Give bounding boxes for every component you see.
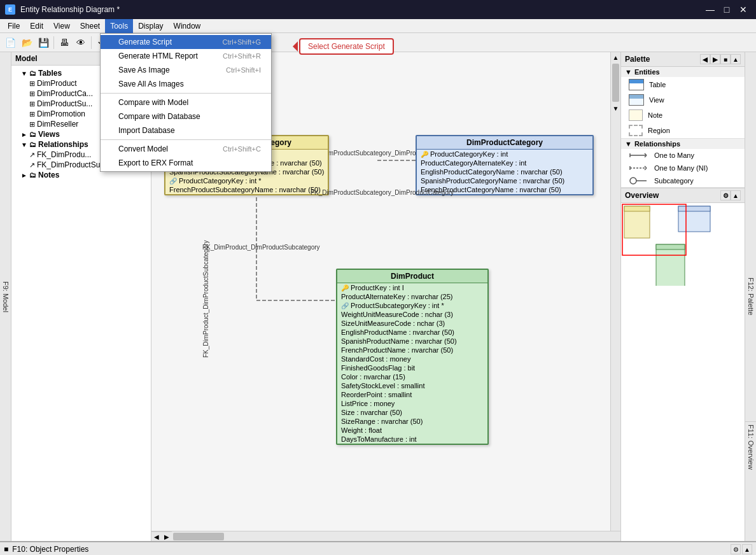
menu-sheet[interactable]: Sheet xyxy=(75,19,105,33)
scroll-down-btn[interactable]: ▼ xyxy=(611,103,620,113)
table-category[interactable]: DimProductCategory 🔑 ProductCategoryKey … xyxy=(416,135,594,195)
overview-map xyxy=(621,203,745,286)
region-palette-icon xyxy=(629,125,643,136)
product-row-6: EnglishProductName : nvarchar (50) xyxy=(337,328,487,337)
scroll-thumb-v[interactable] xyxy=(612,64,619,102)
svg-rect-19 xyxy=(656,244,685,286)
toolbar-sep-2 xyxy=(91,36,92,49)
tree-tables-expand[interactable]: ▼ xyxy=(19,70,29,77)
table-category-header: DimProductCategory xyxy=(417,136,592,150)
palette-region[interactable]: Region xyxy=(621,123,745,138)
table-product-header: DimProduct xyxy=(337,270,487,283)
product-row-11: Color : nvarchar (15) xyxy=(337,372,487,381)
product-row-8: FrenchProductName : nvarchar (50) xyxy=(337,346,487,355)
vertical-scrollbar[interactable]: ▲ ▼ xyxy=(610,52,620,531)
tree-views-expand[interactable]: ► xyxy=(19,131,29,138)
overview-content[interactable] xyxy=(621,203,745,290)
toolbar-save[interactable]: 💾 xyxy=(36,35,51,50)
toolbar-preview[interactable]: 👁 xyxy=(73,35,88,50)
menu-generate-script[interactable]: Generate Script Ctrl+Shift+G xyxy=(101,35,271,49)
palette-view[interactable]: View xyxy=(621,92,745,108)
relationships-expand-icon: ▼ xyxy=(625,140,632,148)
table-icon-2: ⊞ xyxy=(29,90,35,98)
scroll-up-btn[interactable]: ▲ xyxy=(611,52,620,62)
rel-item-icon-2: ↗ xyxy=(29,161,35,169)
scroll-thumb-h[interactable] xyxy=(173,533,224,540)
menu-export-erx[interactable]: Export to ERX Format xyxy=(101,156,271,170)
palette-one-to-many[interactable]: One to Many xyxy=(621,149,745,162)
f9-model-tab[interactable]: F9: Model xyxy=(0,52,11,541)
menu-edit[interactable]: Edit xyxy=(25,19,48,33)
palette-next-btn[interactable]: ▶ xyxy=(710,54,720,64)
toolbar-new[interactable]: 📄 xyxy=(3,35,18,50)
table-icon-4: ⊞ xyxy=(29,110,35,118)
menu-file[interactable]: File xyxy=(3,19,25,33)
palette-close-btn[interactable]: ▲ xyxy=(731,54,741,64)
palette-pin-btn[interactable]: ■ xyxy=(720,54,731,64)
close-button[interactable]: ✕ xyxy=(736,3,751,16)
subcategory-row-4: 🔗 ProductCategoryKey : int * xyxy=(165,176,328,185)
tree-rel-expand[interactable]: ▼ xyxy=(19,141,29,148)
tree-notes-expand[interactable]: ► xyxy=(19,172,29,179)
window-controls: — □ ✕ xyxy=(703,3,751,16)
overview-pin-btn[interactable]: ▲ xyxy=(731,190,741,200)
palette-entities-header[interactable]: ▼ Entities xyxy=(621,67,745,77)
fk-icon-1: 🔗 xyxy=(169,178,177,185)
palette-entities-section: ▼ Entities Table View Note R xyxy=(621,67,745,139)
minimize-button[interactable]: — xyxy=(703,3,718,16)
menu-compare-model[interactable]: Compare with Model xyxy=(101,95,271,109)
product-row-5: SizeUnitMeasureCode : nchar (3) xyxy=(337,319,487,328)
app-icon: E xyxy=(5,4,15,15)
palette-relationships-header[interactable]: ▼ Relationships xyxy=(621,139,745,149)
overview-nav: ⚙ ▲ xyxy=(720,190,741,200)
menu-window[interactable]: Window xyxy=(169,19,206,33)
toolbar-open[interactable]: 📂 xyxy=(19,35,34,50)
menu-sep-1 xyxy=(101,93,271,94)
pk-icon-prod: 🔑 xyxy=(341,285,349,292)
menu-import-database[interactable]: Import Database xyxy=(101,123,271,137)
menu-display[interactable]: Display xyxy=(133,19,168,33)
palette-note[interactable]: Note xyxy=(621,108,745,123)
palette-one-to-many-ni[interactable]: One to Many (NI) xyxy=(621,162,745,174)
product-row-15: Size : nvarchar (50) xyxy=(337,408,487,417)
table-palette-icon xyxy=(629,79,644,90)
product-row-12: SafetyStockLevel : smallint xyxy=(337,381,487,390)
menu-sep-2 xyxy=(101,139,271,140)
table-product[interactable]: DimProduct 🔑 ProductKey : int I ProductA… xyxy=(336,269,489,445)
scroll-left-btn[interactable]: ◀ xyxy=(151,531,162,541)
svg-text:FK_DimProduct_DimProductSubcat: FK_DimProduct_DimProductSubcategory xyxy=(202,244,320,251)
menu-view[interactable]: View xyxy=(48,19,75,33)
palette-table[interactable]: Table xyxy=(621,77,745,92)
one-many-ni-icon xyxy=(629,164,649,172)
palette-prev-btn[interactable]: ◀ xyxy=(700,54,710,64)
obj-props-header: ■ F10: Object Properties ⚙ ▲ xyxy=(0,542,756,555)
svg-point-13 xyxy=(630,178,636,184)
menu-tools[interactable]: Tools xyxy=(105,19,133,33)
obj-props-close-btn[interactable]: ▲ xyxy=(742,544,752,554)
menu-compare-database[interactable]: Compare with Database xyxy=(101,109,271,123)
obj-props-settings-btn[interactable]: ⚙ xyxy=(731,544,741,554)
svg-rect-16 xyxy=(624,206,650,211)
menu-generate-html[interactable]: Generate HTML Report Ctrl+Shift+R xyxy=(101,49,271,63)
menu-save-all-images[interactable]: Save All As Images xyxy=(101,77,271,91)
category-row-5: FrenchProductCategoryName : nvarchar (50… xyxy=(417,185,592,194)
scroll-right-btn2[interactable]: ▶ xyxy=(162,531,172,541)
overview-settings-btn[interactable]: ⚙ xyxy=(720,190,731,200)
maximize-button[interactable]: □ xyxy=(719,3,734,16)
product-row-3: 🔗 ProductSubcategoryKey : int * xyxy=(337,301,487,310)
rel-item-icon-1: ↗ xyxy=(29,151,35,159)
product-row-1: 🔑 ProductKey : int I xyxy=(337,283,487,292)
rel-icon: 🗂 xyxy=(29,141,36,148)
palette-subcategory[interactable]: Subcategory xyxy=(621,174,745,187)
toolbar-print[interactable]: 🖶 xyxy=(57,35,72,50)
product-row-16: SizeRange : nvarchar (50) xyxy=(337,417,487,426)
scroll-track-v[interactable] xyxy=(611,64,620,102)
f11-overview-tab[interactable]: F11: Overview xyxy=(745,421,756,472)
menu-bar: File Edit View Sheet Tools Display Windo… xyxy=(0,19,756,33)
product-row-4: WeightUnitMeasureCode : nchar (3) xyxy=(337,310,487,319)
menu-save-as-image[interactable]: Save As Image Ctrl+Shift+I xyxy=(101,63,271,77)
svg-rect-20 xyxy=(656,244,685,249)
scroll-track-h[interactable] xyxy=(172,531,610,541)
menu-convert-model[interactable]: Convert Model Ctrl+Shift+C xyxy=(101,142,271,156)
category-row-2: ProductCategoryAlternateKey : int xyxy=(417,158,592,167)
